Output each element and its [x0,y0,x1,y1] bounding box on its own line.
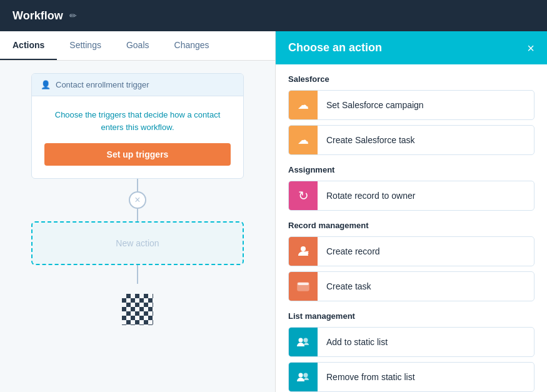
workflow-end-marker [122,294,153,325]
panel-title: Choose an action [288,41,382,54]
panel-body: Salesforce ☁ Set Salesforce campaign ☁ C… [276,64,547,392]
action-label-create-sf-task: Create Salesforce task [318,135,424,145]
trigger-description: Choose the triggers that decide how a co… [44,109,231,133]
action-create-record[interactable]: Create record [288,236,534,266]
rotate-icon: ↻ [289,181,318,210]
workflow-title: Workflow [13,9,63,23]
svg-point-7 [299,373,303,378]
workflow-canvas: 👤 Contact enrollment trigger Choose the … [0,61,275,392]
action-create-task[interactable]: Create task [288,271,534,301]
connector-line-bottom [137,209,138,221]
action-label-add-to-list: Add to static list [318,337,396,347]
setup-triggers-button[interactable]: Set up triggers [44,143,231,166]
panel-close-button[interactable]: × [527,42,534,54]
trigger-box: 👤 Contact enrollment trigger Choose the … [31,73,244,179]
right-panel: Choose an action × Salesforce ☁ Set Sale… [275,31,547,392]
trigger-body: Choose the triggers that decide how a co… [32,96,243,178]
section-list-management: List management [288,311,534,321]
svg-point-6 [304,338,308,343]
action-create-salesforce-task[interactable]: ☁ Create Salesforce task [288,125,534,155]
edit-icon[interactable]: ✏ [69,11,77,21]
action-label-remove-from-list: Remove from static list [318,372,424,382]
salesforce-icon-1: ☁ [289,91,318,119]
left-panel: Actions Settings Goals Changes 👤 Contact… [0,31,275,392]
tab-goals[interactable]: Goals [114,31,162,60]
trigger-link[interactable]: enters this workflow. [101,123,174,132]
action-label-set-sf-campaign: Set Salesforce campaign [318,100,433,110]
add-list-icon [289,328,318,356]
action-add-to-static-list[interactable]: Add to static list [288,327,534,357]
section-assignment: Assignment [288,165,534,174]
person-icon: 👤 [41,80,51,89]
connector-line-top [137,179,138,191]
bottom-connector-line [137,265,138,284]
action-set-salesforce-campaign[interactable]: ☁ Set Salesforce campaign [288,90,534,120]
tab-actions[interactable]: Actions [0,31,57,60]
action-label-create-record: Create record [318,246,389,256]
salesforce-icon-2: ☁ [289,126,318,154]
trigger-header: 👤 Contact enrollment trigger [32,74,243,96]
tab-changes[interactable]: Changes [162,31,222,60]
action-remove-from-static-list[interactable]: Remove from static list [288,362,534,392]
new-action-label: New action [116,238,159,248]
action-label-create-task: Create task [318,281,380,291]
svg-point-0 [301,246,306,251]
add-step-button[interactable]: × [129,191,146,209]
create-record-icon [289,237,318,266]
section-record-management: Record management [288,221,534,230]
trigger-header-label: Contact enrollment trigger [56,80,149,89]
panel-header: Choose an action × [276,31,547,64]
connector: × [129,179,146,221]
svg-rect-4 [298,283,309,285]
svg-point-5 [299,338,303,343]
section-salesforce: Salesforce [288,74,534,84]
new-action-box[interactable]: New action [31,221,244,265]
app-header: Workflow ✏ [0,0,547,31]
main-layout: Actions Settings Goals Changes 👤 Contact… [0,31,547,392]
create-task-icon [289,272,318,301]
action-rotate-record[interactable]: ↻ Rotate record to owner [288,181,534,211]
tabs-bar: Actions Settings Goals Changes [0,31,275,61]
action-label-rotate-record: Rotate record to owner [318,191,424,201]
remove-list-icon [289,363,318,391]
svg-point-8 [304,373,308,378]
tab-settings[interactable]: Settings [57,31,114,60]
